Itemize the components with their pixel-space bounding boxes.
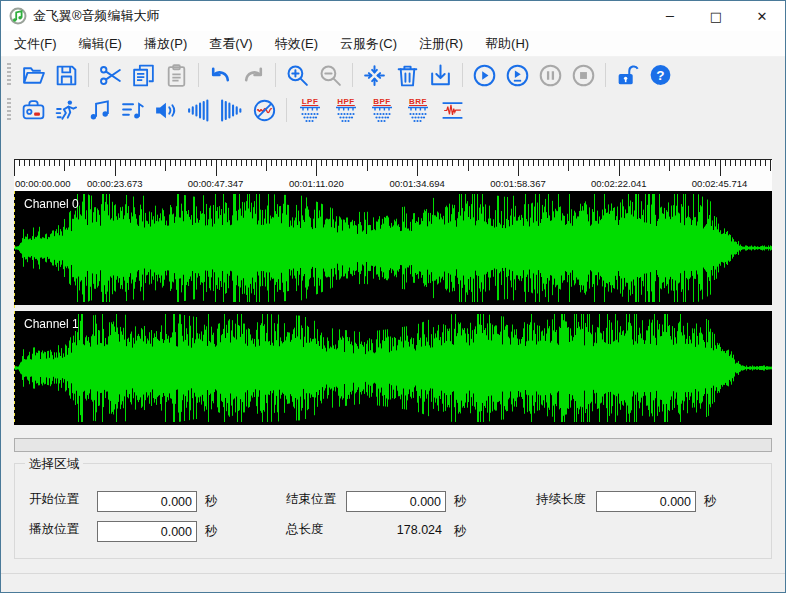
ruler-timestamp: 00:00:23.673	[87, 178, 142, 189]
menu-item-play[interactable]: 播放(P)	[133, 31, 198, 57]
play-position-label: 播放位置	[29, 521, 79, 538]
copy-icon	[131, 63, 156, 88]
help-button[interactable]: ?	[645, 60, 676, 90]
play-button[interactable]	[469, 60, 500, 90]
spacer	[1, 452, 785, 463]
stop-icon	[571, 63, 596, 88]
cut-button[interactable]	[95, 60, 126, 90]
redo-button[interactable]	[238, 60, 269, 90]
menu-item-edit[interactable]: 编辑(E)	[68, 31, 133, 57]
insert-button[interactable]	[425, 60, 456, 90]
denoise-button[interactable]	[249, 95, 280, 125]
save-icon	[54, 63, 79, 88]
paste-button[interactable]	[161, 60, 192, 90]
pause-button[interactable]	[535, 60, 566, 90]
zoom-in-icon	[285, 63, 310, 88]
menu-item-help[interactable]: 帮助(H)	[474, 31, 540, 57]
stop-button[interactable]	[568, 60, 599, 90]
start-position-input[interactable]	[97, 491, 197, 512]
copy-button[interactable]	[128, 60, 159, 90]
bpf-label: BPF	[373, 98, 391, 106]
no-noise-icon	[252, 98, 277, 123]
open-button[interactable]	[18, 60, 49, 90]
total-length-value: 178.024	[346, 523, 446, 537]
toolbar-separator	[275, 63, 276, 87]
ruler-timestamp: 00:02:45.714	[692, 178, 747, 189]
brf-label: BRF	[409, 98, 427, 106]
shrink-button[interactable]	[359, 60, 390, 90]
pitch-button[interactable]	[84, 95, 115, 125]
filter-icon	[370, 106, 394, 123]
channel-0-label: Channel 0	[24, 197, 79, 211]
effects-toolbar: LPF HPF BPF	[1, 93, 785, 127]
filter-icon	[334, 106, 358, 123]
total-length-unit: 秒	[454, 523, 467, 540]
open-folder-icon	[21, 63, 46, 88]
fade-out-button[interactable]	[216, 95, 247, 125]
lpf-button[interactable]: LPF	[293, 95, 327, 125]
maximize-button[interactable]: □	[693, 1, 739, 31]
inward-arrows-icon	[362, 63, 387, 88]
cut-icon	[98, 63, 123, 88]
horizontal-scrollbar[interactable]	[14, 438, 772, 452]
unlock-button[interactable]	[612, 60, 643, 90]
brf-button[interactable]: BRF	[401, 95, 435, 125]
play-file-button[interactable]	[502, 60, 533, 90]
delete-button[interactable]	[392, 60, 423, 90]
toolbar-separator	[352, 63, 353, 87]
undo-button[interactable]	[205, 60, 236, 90]
volume-button[interactable]	[150, 95, 181, 125]
equalizer-button[interactable]	[117, 95, 148, 125]
save-button[interactable]	[51, 60, 82, 90]
menu-item-view[interactable]: 查看(V)	[198, 31, 263, 57]
selection-groupbox-title: 选择区域	[25, 456, 83, 473]
waveform-canvas-1[interactable]	[14, 311, 772, 425]
close-button[interactable]: ✕	[739, 1, 785, 31]
ruler-timestamp: 00:00:47.347	[188, 178, 243, 189]
play-icon	[472, 63, 497, 88]
lpf-label: LPF	[302, 98, 319, 106]
channel-0[interactable]: Channel 0	[14, 191, 772, 305]
duration-unit: 秒	[704, 493, 717, 510]
minimize-button[interactable]: ─	[647, 1, 693, 31]
menu-item-file[interactable]: 文件(F)	[3, 31, 68, 57]
toolbar-separator	[198, 63, 199, 87]
total-length-label: 总长度	[286, 521, 324, 538]
zoom-out-icon	[318, 63, 343, 88]
fade-in-icon	[186, 98, 211, 123]
waveform-canvas-0[interactable]	[14, 191, 772, 305]
help-icon: ?	[648, 63, 673, 88]
play-position-input[interactable]	[97, 521, 197, 542]
menu-item-cloud[interactable]: 云服务(C)	[329, 31, 408, 57]
zoom-out-button[interactable]	[315, 60, 346, 90]
fade-in-button[interactable]	[183, 95, 214, 125]
selection-groupbox: 选择区域 开始位置 秒 结束位置 秒 持续长度 秒 播放位置 秒 总长度 178…	[14, 463, 772, 559]
menu-item-effects[interactable]: 特效(E)	[264, 31, 329, 57]
channel-1-label: Channel 1	[24, 317, 79, 331]
end-position-label: 结束位置	[286, 491, 336, 508]
end-position-input[interactable]	[346, 491, 446, 512]
caption-buttons: ─ □ ✕	[647, 1, 785, 31]
spectrum-button[interactable]	[437, 95, 468, 125]
trash-icon	[395, 63, 420, 88]
menu-bar: 文件(F) 编辑(E) 播放(P) 查看(V) 特效(E) 云服务(C) 注册(…	[1, 31, 785, 57]
selection-start-marker[interactable]	[14, 191, 15, 425]
paste-icon	[164, 63, 189, 88]
bpf-button[interactable]: BPF	[365, 95, 399, 125]
hpf-button[interactable]: HPF	[329, 95, 363, 125]
duration-input[interactable]	[596, 491, 696, 512]
zoom-in-button[interactable]	[282, 60, 313, 90]
toolbar-separator	[286, 98, 287, 122]
toolbar-separator	[88, 63, 89, 87]
channel-1[interactable]: Channel 1	[14, 311, 772, 425]
app-icon	[9, 7, 27, 25]
spacer	[1, 559, 785, 573]
tempo-button[interactable]	[51, 95, 82, 125]
undo-icon	[208, 63, 233, 88]
toolbar-gripper	[7, 98, 11, 122]
menu-item-register[interactable]: 注册(R)	[408, 31, 474, 57]
svg-text:?: ?	[656, 67, 664, 82]
timeline-ruler[interactable]: 00:00:00.00000:00:23.67300:00:47.34700:0…	[14, 159, 772, 191]
toolbar-separator	[605, 63, 606, 87]
record-button[interactable]	[18, 95, 49, 125]
